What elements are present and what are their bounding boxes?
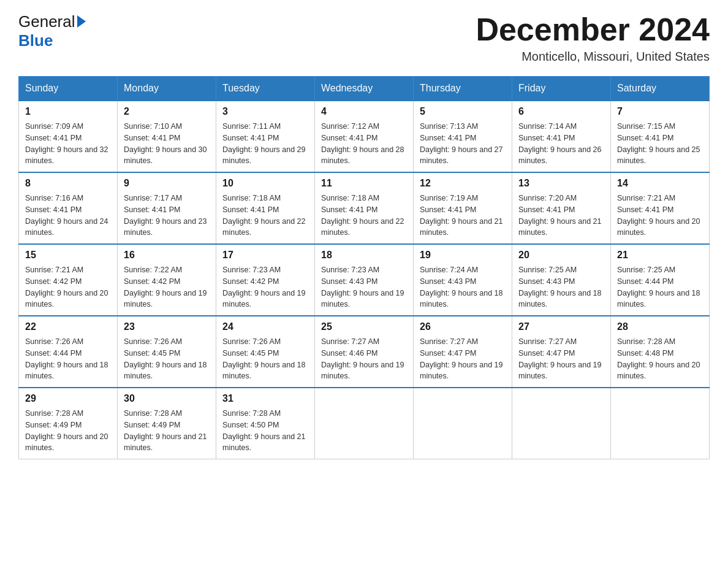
day-info: Sunrise: 7:21 AMSunset: 4:42 PMDaylight:…	[25, 264, 111, 310]
day-number: 29	[25, 393, 111, 404]
calendar-cell: 9Sunrise: 7:17 AMSunset: 4:41 PMDaylight…	[118, 172, 216, 244]
calendar-cell: 23Sunrise: 7:26 AMSunset: 4:45 PMDayligh…	[118, 316, 216, 388]
day-info: Sunrise: 7:19 AMSunset: 4:41 PMDaylight:…	[420, 193, 506, 239]
day-number: 31	[222, 393, 308, 404]
calendar-cell: 16Sunrise: 7:22 AMSunset: 4:42 PMDayligh…	[118, 244, 216, 316]
logo: General Blue	[18, 12, 86, 50]
day-info: Sunrise: 7:12 AMSunset: 4:41 PMDaylight:…	[321, 121, 407, 167]
day-info: Sunrise: 7:18 AMSunset: 4:41 PMDaylight:…	[321, 193, 407, 239]
calendar-cell: 22Sunrise: 7:26 AMSunset: 4:44 PMDayligh…	[19, 316, 118, 388]
weekday-header-sunday: Sunday	[19, 77, 118, 101]
day-info: Sunrise: 7:28 AMSunset: 4:48 PMDaylight:…	[617, 336, 703, 382]
day-info: Sunrise: 7:16 AMSunset: 4:41 PMDaylight:…	[25, 193, 111, 239]
day-info: Sunrise: 7:28 AMSunset: 4:49 PMDaylight:…	[124, 408, 210, 454]
day-number: 12	[420, 178, 506, 189]
calendar-cell: 20Sunrise: 7:25 AMSunset: 4:43 PMDayligh…	[512, 244, 611, 316]
calendar-cell: 8Sunrise: 7:16 AMSunset: 4:41 PMDaylight…	[19, 172, 118, 244]
day-info: Sunrise: 7:11 AMSunset: 4:41 PMDaylight:…	[222, 121, 308, 167]
calendar-cell: 19Sunrise: 7:24 AMSunset: 4:43 PMDayligh…	[414, 244, 512, 316]
day-number: 5	[420, 106, 506, 117]
logo-arrow-icon	[77, 15, 86, 28]
day-number: 1	[25, 106, 111, 117]
day-number: 18	[321, 250, 407, 261]
calendar-cell	[315, 388, 414, 459]
calendar-cell: 2Sunrise: 7:10 AMSunset: 4:41 PMDaylight…	[118, 101, 216, 172]
day-number: 9	[124, 178, 210, 189]
weekday-header-monday: Monday	[118, 77, 216, 101]
week-row-1: 1Sunrise: 7:09 AMSunset: 4:41 PMDaylight…	[19, 101, 710, 172]
calendar-cell: 6Sunrise: 7:14 AMSunset: 4:41 PMDaylight…	[512, 101, 611, 172]
calendar-table: SundayMondayTuesdayWednesdayThursdayFrid…	[18, 76, 710, 459]
day-number: 25	[321, 321, 407, 332]
day-info: Sunrise: 7:09 AMSunset: 4:41 PMDaylight:…	[25, 121, 111, 167]
day-number: 15	[25, 250, 111, 261]
calendar-cell: 30Sunrise: 7:28 AMSunset: 4:49 PMDayligh…	[118, 388, 216, 459]
calendar-cell: 7Sunrise: 7:15 AMSunset: 4:41 PMDaylight…	[611, 101, 710, 172]
day-number: 24	[222, 321, 308, 332]
calendar-cell: 13Sunrise: 7:20 AMSunset: 4:41 PMDayligh…	[512, 172, 611, 244]
day-info: Sunrise: 7:27 AMSunset: 4:46 PMDaylight:…	[321, 336, 407, 382]
day-info: Sunrise: 7:22 AMSunset: 4:42 PMDaylight:…	[124, 264, 210, 310]
calendar-cell: 31Sunrise: 7:28 AMSunset: 4:50 PMDayligh…	[216, 388, 315, 459]
day-info: Sunrise: 7:25 AMSunset: 4:43 PMDaylight:…	[518, 264, 604, 310]
day-number: 16	[124, 250, 210, 261]
day-info: Sunrise: 7:24 AMSunset: 4:43 PMDaylight:…	[420, 264, 506, 310]
weekday-header-saturday: Saturday	[611, 77, 710, 101]
weekday-header-wednesday: Wednesday	[315, 77, 414, 101]
day-info: Sunrise: 7:10 AMSunset: 4:41 PMDaylight:…	[124, 121, 210, 167]
calendar-cell: 21Sunrise: 7:25 AMSunset: 4:44 PMDayligh…	[611, 244, 710, 316]
day-number: 4	[321, 106, 407, 117]
day-number: 22	[25, 321, 111, 332]
day-number: 6	[518, 106, 604, 117]
week-row-4: 22Sunrise: 7:26 AMSunset: 4:44 PMDayligh…	[19, 316, 710, 388]
day-number: 23	[124, 321, 210, 332]
day-number: 2	[124, 106, 210, 117]
weekday-header-thursday: Thursday	[414, 77, 512, 101]
day-info: Sunrise: 7:27 AMSunset: 4:47 PMDaylight:…	[518, 336, 604, 382]
calendar-cell: 11Sunrise: 7:18 AMSunset: 4:41 PMDayligh…	[315, 172, 414, 244]
day-info: Sunrise: 7:26 AMSunset: 4:45 PMDaylight:…	[222, 336, 308, 382]
calendar-cell: 15Sunrise: 7:21 AMSunset: 4:42 PMDayligh…	[19, 244, 118, 316]
calendar-cell: 1Sunrise: 7:09 AMSunset: 4:41 PMDaylight…	[19, 101, 118, 172]
day-info: Sunrise: 7:14 AMSunset: 4:41 PMDaylight:…	[518, 121, 604, 167]
calendar-cell	[611, 388, 710, 459]
day-number: 30	[124, 393, 210, 404]
day-number: 3	[222, 106, 308, 117]
day-number: 21	[617, 250, 703, 261]
day-info: Sunrise: 7:27 AMSunset: 4:47 PMDaylight:…	[420, 336, 506, 382]
day-info: Sunrise: 7:20 AMSunset: 4:41 PMDaylight:…	[518, 193, 604, 239]
day-number: 7	[617, 106, 703, 117]
day-info: Sunrise: 7:23 AMSunset: 4:42 PMDaylight:…	[222, 264, 308, 310]
day-number: 27	[518, 321, 604, 332]
day-number: 19	[420, 250, 506, 261]
page-header: General Blue December 2024 Monticello, M…	[18, 12, 710, 64]
calendar-cell: 10Sunrise: 7:18 AMSunset: 4:41 PMDayligh…	[216, 172, 315, 244]
day-info: Sunrise: 7:26 AMSunset: 4:44 PMDaylight:…	[25, 336, 111, 382]
day-info: Sunrise: 7:26 AMSunset: 4:45 PMDaylight:…	[124, 336, 210, 382]
day-number: 14	[617, 178, 703, 189]
calendar-cell: 27Sunrise: 7:27 AMSunset: 4:47 PMDayligh…	[512, 316, 611, 388]
day-number: 26	[420, 321, 506, 332]
calendar-cell: 17Sunrise: 7:23 AMSunset: 4:42 PMDayligh…	[216, 244, 315, 316]
weekday-header-tuesday: Tuesday	[216, 77, 315, 101]
calendar-cell: 3Sunrise: 7:11 AMSunset: 4:41 PMDaylight…	[216, 101, 315, 172]
day-number: 11	[321, 178, 407, 189]
calendar-cell: 18Sunrise: 7:23 AMSunset: 4:43 PMDayligh…	[315, 244, 414, 316]
day-info: Sunrise: 7:25 AMSunset: 4:44 PMDaylight:…	[617, 264, 703, 310]
day-number: 13	[518, 178, 604, 189]
calendar-cell	[512, 388, 611, 459]
calendar-cell: 12Sunrise: 7:19 AMSunset: 4:41 PMDayligh…	[414, 172, 512, 244]
logo-blue-text: Blue	[18, 31, 53, 50]
weekday-header-row: SundayMondayTuesdayWednesdayThursdayFrid…	[19, 77, 710, 101]
day-info: Sunrise: 7:21 AMSunset: 4:41 PMDaylight:…	[617, 193, 703, 239]
calendar-cell: 5Sunrise: 7:13 AMSunset: 4:41 PMDaylight…	[414, 101, 512, 172]
day-info: Sunrise: 7:15 AMSunset: 4:41 PMDaylight:…	[617, 121, 703, 167]
week-row-2: 8Sunrise: 7:16 AMSunset: 4:41 PMDaylight…	[19, 172, 710, 244]
day-number: 28	[617, 321, 703, 332]
calendar-cell: 14Sunrise: 7:21 AMSunset: 4:41 PMDayligh…	[611, 172, 710, 244]
day-number: 10	[222, 178, 308, 189]
calendar-cell: 28Sunrise: 7:28 AMSunset: 4:48 PMDayligh…	[611, 316, 710, 388]
day-info: Sunrise: 7:28 AMSunset: 4:50 PMDaylight:…	[222, 408, 308, 454]
month-title: December 2024	[476, 12, 710, 47]
day-info: Sunrise: 7:23 AMSunset: 4:43 PMDaylight:…	[321, 264, 407, 310]
